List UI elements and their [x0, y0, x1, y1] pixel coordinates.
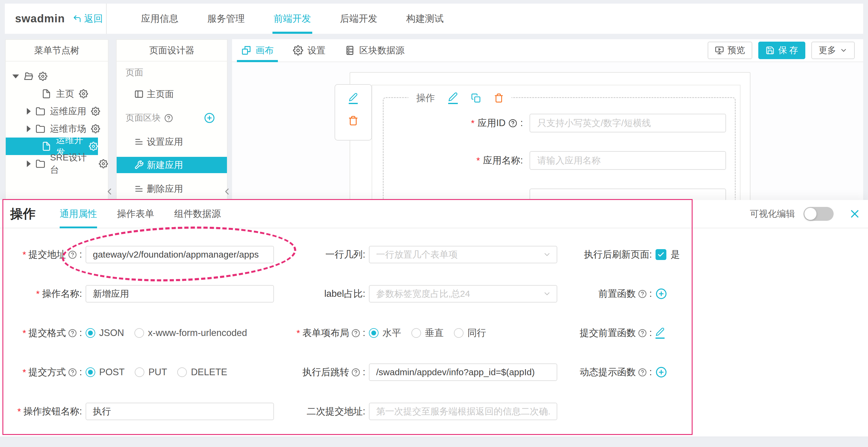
gear-icon[interactable]	[38, 72, 47, 81]
radio-horizontal[interactable]: 水平	[369, 327, 401, 339]
top-tabs: 应用信息 服务管理 前端开发 后端开发 构建测试	[127, 4, 458, 34]
section-page-label: 页面	[117, 63, 227, 83]
edit-submit-pre-fn-button[interactable]	[655, 327, 664, 339]
add-block-button[interactable]	[204, 113, 215, 123]
add-dyn-tip-fn-button[interactable]	[655, 366, 667, 378]
cols-per-row-select[interactable]	[369, 246, 557, 263]
action-name-input[interactable]	[86, 285, 274, 302]
back-link[interactable]: 返回	[73, 12, 103, 25]
designer-item-main-page[interactable]: 主页面	[117, 83, 227, 106]
gear-icon[interactable]	[89, 142, 98, 151]
add-pre-fn-button[interactable]	[655, 288, 667, 299]
help-icon[interactable]	[68, 368, 77, 377]
top-tab-backend-dev[interactable]: 后端开发	[326, 4, 392, 34]
radio-put[interactable]: PUT	[135, 367, 167, 378]
block-toolbar	[335, 84, 372, 141]
tab-block-datasource[interactable]: 区块数据源	[345, 39, 404, 62]
help-icon[interactable]	[164, 114, 176, 122]
label-ratio-input[interactable]	[369, 285, 557, 302]
help-icon[interactable]	[351, 329, 360, 337]
collapse-designer-panel-button[interactable]	[222, 186, 232, 197]
form-row-3: * 提交格式 : JSON x-www-form-urlencoded * 表单…	[0, 314, 868, 353]
form-row-5: * 操作按钮名称: 二次提交地址:	[0, 392, 868, 431]
menu-tree-title: 菜单节点树	[6, 40, 108, 62]
help-icon[interactable]	[638, 368, 647, 377]
tab-settings[interactable]: 设置	[293, 39, 326, 62]
tree-label: 主页	[56, 88, 74, 100]
gear-icon	[293, 45, 303, 56]
submit-url-input[interactable]	[86, 246, 274, 263]
radio-urlencoded[interactable]: x-www-form-urlencoded	[134, 328, 247, 338]
cols-per-row-input[interactable]	[369, 246, 557, 263]
field-label: 提交方式	[28, 366, 66, 379]
field-label: 提交地址	[28, 248, 66, 261]
label-ratio-select[interactable]	[369, 285, 557, 302]
label-colon: :	[520, 118, 523, 128]
gear-icon[interactable]	[91, 124, 100, 133]
save-button[interactable]: 保 存	[758, 41, 805, 59]
top-tab-frontend-dev[interactable]: 前端开发	[259, 4, 326, 34]
edit-block-button[interactable]	[349, 93, 358, 104]
preview-button[interactable]: 预览	[708, 41, 752, 59]
caret-right-icon[interactable]	[27, 125, 31, 132]
gear-icon[interactable]	[91, 107, 100, 116]
copy-action-button[interactable]	[471, 93, 481, 103]
tree-row-root[interactable]	[6, 67, 108, 85]
top-tab-build-test[interactable]: 构建测试	[392, 4, 458, 34]
app-id-input[interactable]	[530, 114, 726, 132]
help-icon[interactable]	[508, 119, 517, 127]
second-submit-input[interactable]	[369, 403, 557, 420]
caret-right-icon[interactable]	[27, 160, 31, 167]
top-tab-service-mgmt[interactable]: 服务管理	[193, 4, 259, 34]
help-icon[interactable]	[351, 368, 360, 377]
button-name-input[interactable]	[86, 403, 274, 420]
folder-icon	[36, 124, 45, 133]
more-button[interactable]: 更多	[811, 41, 855, 59]
app-name-input[interactable]	[530, 151, 726, 170]
help-icon[interactable]	[638, 329, 647, 337]
field-label: 前置函数	[598, 288, 636, 300]
action-block-legend: 操作	[408, 90, 512, 106]
list-icon	[134, 137, 144, 147]
tree-row-ops-app[interactable]: 运维应用	[6, 102, 108, 120]
tab-canvas[interactable]: 画布	[241, 39, 274, 62]
form-row-4: * 提交方式 : POST PUT DELETE 执行后跳转 :	[0, 353, 868, 392]
action-property-panel: 操作 通用属性 操作表单 组件数据源 可视化编辑 * 提交地址 :	[0, 200, 868, 437]
tab-general-props[interactable]: 通用属性	[60, 200, 97, 228]
back-icon	[73, 14, 82, 23]
caret-right-icon[interactable]	[27, 108, 31, 115]
refresh-checkbox[interactable]	[655, 249, 666, 260]
designer-item-setup-app[interactable]: 设置应用	[117, 130, 227, 153]
tree-row-sre-design[interactable]: SRE设计台	[6, 155, 108, 173]
delete-block-button[interactable]	[348, 116, 358, 126]
radio-inline[interactable]: 同行	[454, 327, 486, 339]
radio-delete[interactable]: DELETE	[177, 367, 227, 378]
close-icon[interactable]	[849, 208, 860, 219]
topbar: swadmin 返回 应用信息 服务管理 前端开发 后端开发 构建测试	[5, 4, 863, 34]
radio-json[interactable]: JSON	[86, 328, 124, 338]
radio-post[interactable]: POST	[86, 367, 124, 378]
tree-row-home[interactable]: 主页	[6, 85, 108, 102]
gear-icon[interactable]	[79, 89, 88, 98]
help-icon[interactable]	[68, 250, 77, 259]
file-icon	[41, 89, 51, 99]
field-label: 执行后刷新页面:	[557, 248, 652, 261]
edit-action-button[interactable]	[448, 92, 458, 104]
tab-action-form[interactable]: 操作表单	[117, 200, 154, 228]
tab-component-datasource[interactable]: 组件数据源	[174, 200, 221, 228]
help-icon[interactable]	[638, 290, 647, 298]
gear-icon[interactable]	[99, 159, 108, 168]
radio-vertical[interactable]: 垂直	[411, 327, 444, 339]
delete-action-button[interactable]	[494, 93, 504, 103]
collapse-tree-panel-button[interactable]	[104, 186, 115, 197]
jump-url-input[interactable]	[369, 363, 557, 381]
caret-down-icon[interactable]	[12, 74, 19, 79]
canvas-tabbar: 画布 设置 区块数据源 预览 保 存 更多	[232, 39, 863, 62]
visual-edit-toggle[interactable]	[804, 207, 834, 221]
panel-title: 操作	[10, 205, 36, 222]
canvas-grid-icon	[241, 45, 251, 56]
designer-item-delete-app[interactable]: 删除应用	[117, 177, 227, 200]
top-tab-app-info[interactable]: 应用信息	[127, 4, 193, 34]
designer-item-new-app-selected[interactable]: 新建应用	[117, 157, 227, 173]
help-icon[interactable]	[68, 329, 77, 337]
